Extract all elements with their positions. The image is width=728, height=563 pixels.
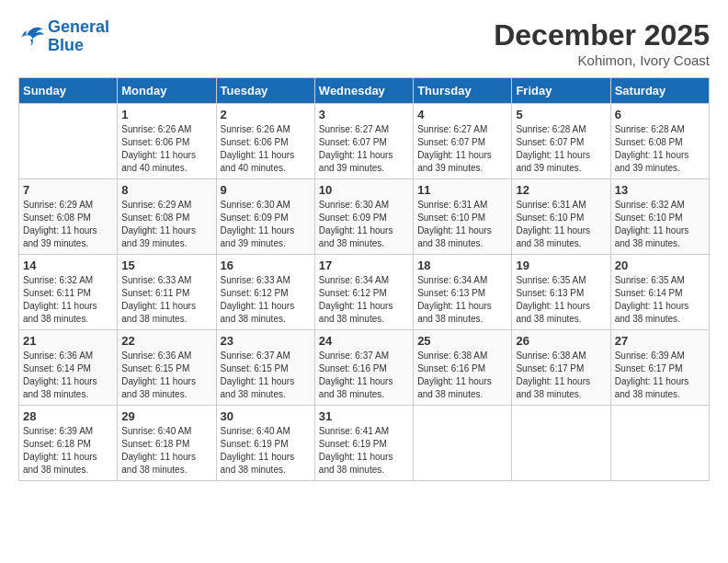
calendar-day-cell: 14 Sunrise: 6:32 AM Sunset: 6:11 PM Dayl…: [19, 255, 118, 330]
day-info: Sunrise: 6:35 AM Sunset: 6:14 PM Dayligh…: [615, 274, 705, 326]
calendar-day-cell: 27 Sunrise: 6:39 AM Sunset: 6:17 PM Dayl…: [610, 330, 709, 406]
weekday-header-saturday: Saturday: [610, 78, 709, 104]
page-header: General Blue December 2025 Kohimon, Ivor…: [18, 18, 710, 68]
calendar-day-cell: [414, 406, 512, 481]
day-info: Sunrise: 6:30 AM Sunset: 6:09 PM Dayligh…: [319, 199, 409, 250]
day-number: 2: [221, 108, 311, 121]
day-number: 30: [221, 409, 311, 423]
calendar-day-cell: [19, 104, 118, 179]
calendar-day-cell: 16 Sunrise: 6:33 AM Sunset: 6:12 PM Dayl…: [216, 255, 314, 330]
day-number: 16: [221, 259, 311, 272]
calendar-day-cell: 18 Sunrise: 6:34 AM Sunset: 6:13 PM Dayl…: [414, 255, 512, 330]
day-number: 20: [615, 259, 705, 272]
day-number: 6: [615, 108, 705, 121]
day-info: Sunrise: 6:41 AM Sunset: 6:19 PM Dayligh…: [319, 425, 409, 477]
logo-general: General: [48, 17, 109, 36]
calendar-day-cell: 26 Sunrise: 6:38 AM Sunset: 6:17 PM Dayl…: [512, 330, 610, 406]
calendar-day-cell: 6 Sunrise: 6:28 AM Sunset: 6:08 PM Dayli…: [610, 104, 709, 179]
day-info: Sunrise: 6:26 AM Sunset: 6:06 PM Dayligh…: [221, 123, 311, 175]
day-number: 7: [23, 183, 113, 197]
day-info: Sunrise: 6:28 AM Sunset: 6:07 PM Dayligh…: [516, 123, 606, 175]
day-number: 17: [319, 259, 409, 272]
day-number: 1: [121, 108, 211, 121]
calendar-day-cell: 31 Sunrise: 6:41 AM Sunset: 6:19 PM Dayl…: [314, 406, 413, 481]
day-number: 12: [516, 183, 606, 197]
calendar-day-cell: 2 Sunrise: 6:26 AM Sunset: 6:06 PM Dayli…: [216, 104, 314, 179]
day-info: Sunrise: 6:37 AM Sunset: 6:15 PM Dayligh…: [221, 350, 311, 401]
day-info: Sunrise: 6:37 AM Sunset: 6:16 PM Dayligh…: [319, 350, 409, 401]
calendar-day-cell: 19 Sunrise: 6:35 AM Sunset: 6:13 PM Dayl…: [512, 255, 610, 330]
day-number: 14: [23, 259, 113, 272]
day-number: 22: [121, 334, 211, 348]
logo-blue: Blue: [48, 36, 84, 54]
day-info: Sunrise: 6:36 AM Sunset: 6:15 PM Dayligh…: [121, 350, 211, 401]
calendar-day-cell: 24 Sunrise: 6:37 AM Sunset: 6:16 PM Dayl…: [314, 330, 413, 406]
calendar-day-cell: 21 Sunrise: 6:36 AM Sunset: 6:14 PM Dayl…: [19, 330, 118, 406]
calendar-day-cell: 1 Sunrise: 6:26 AM Sunset: 6:06 PM Dayli…: [118, 104, 216, 179]
day-info: Sunrise: 6:39 AM Sunset: 6:17 PM Dayligh…: [615, 350, 705, 401]
calendar-day-cell: [610, 406, 709, 481]
day-number: 25: [417, 334, 507, 348]
calendar-week-row: 21 Sunrise: 6:36 AM Sunset: 6:14 PM Dayl…: [19, 330, 710, 406]
calendar-week-row: 7 Sunrise: 6:29 AM Sunset: 6:08 PM Dayli…: [19, 179, 710, 255]
day-number: 15: [121, 259, 211, 272]
day-info: Sunrise: 6:29 AM Sunset: 6:08 PM Dayligh…: [23, 199, 113, 250]
day-number: 13: [615, 183, 705, 197]
day-info: Sunrise: 6:29 AM Sunset: 6:08 PM Dayligh…: [121, 199, 211, 250]
day-info: Sunrise: 6:27 AM Sunset: 6:07 PM Dayligh…: [319, 123, 409, 175]
day-info: Sunrise: 6:33 AM Sunset: 6:11 PM Dayligh…: [121, 274, 211, 326]
day-info: Sunrise: 6:30 AM Sunset: 6:09 PM Dayligh…: [221, 199, 311, 250]
calendar-day-cell: 15 Sunrise: 6:33 AM Sunset: 6:11 PM Dayl…: [118, 255, 216, 330]
day-info: Sunrise: 6:36 AM Sunset: 6:14 PM Dayligh…: [23, 350, 113, 401]
calendar-day-cell: 11 Sunrise: 6:31 AM Sunset: 6:10 PM Dayl…: [414, 179, 512, 255]
weekday-header-thursday: Thursday: [414, 78, 512, 104]
calendar-header-row: SundayMondayTuesdayWednesdayThursdayFrid…: [19, 78, 710, 104]
day-number: 26: [516, 334, 606, 348]
calendar-day-cell: 8 Sunrise: 6:29 AM Sunset: 6:08 PM Dayli…: [118, 179, 216, 255]
day-number: 5: [516, 108, 606, 121]
day-info: Sunrise: 6:28 AM Sunset: 6:08 PM Dayligh…: [615, 123, 705, 175]
day-info: Sunrise: 6:32 AM Sunset: 6:11 PM Dayligh…: [23, 274, 113, 326]
day-number: 11: [417, 183, 507, 197]
calendar-day-cell: 13 Sunrise: 6:32 AM Sunset: 6:10 PM Dayl…: [610, 179, 709, 255]
day-number: 23: [221, 334, 311, 348]
calendar-day-cell: 4 Sunrise: 6:27 AM Sunset: 6:07 PM Dayli…: [414, 104, 512, 179]
day-number: 21: [23, 334, 113, 348]
calendar-table: SundayMondayTuesdayWednesdayThursdayFrid…: [18, 77, 710, 481]
calendar-week-row: 1 Sunrise: 6:26 AM Sunset: 6:06 PM Dayli…: [19, 104, 710, 179]
day-number: 28: [23, 409, 113, 423]
calendar-day-cell: 12 Sunrise: 6:31 AM Sunset: 6:10 PM Dayl…: [512, 179, 610, 255]
calendar-day-cell: 3 Sunrise: 6:27 AM Sunset: 6:07 PM Dayli…: [314, 104, 413, 179]
weekday-header-monday: Monday: [118, 78, 216, 104]
day-number: 9: [221, 183, 311, 197]
day-number: 18: [417, 259, 507, 272]
day-number: 31: [319, 409, 409, 423]
day-info: Sunrise: 6:38 AM Sunset: 6:17 PM Dayligh…: [516, 350, 606, 401]
weekday-header-sunday: Sunday: [19, 78, 118, 104]
day-info: Sunrise: 6:40 AM Sunset: 6:18 PM Dayligh…: [121, 425, 211, 477]
day-number: 4: [417, 108, 507, 121]
calendar-day-cell: 5 Sunrise: 6:28 AM Sunset: 6:07 PM Dayli…: [512, 104, 610, 179]
calendar-day-cell: 20 Sunrise: 6:35 AM Sunset: 6:14 PM Dayl…: [610, 255, 709, 330]
weekday-header-wednesday: Wednesday: [314, 78, 413, 104]
logo-icon: [18, 26, 44, 48]
day-info: Sunrise: 6:32 AM Sunset: 6:10 PM Dayligh…: [615, 199, 705, 250]
day-info: Sunrise: 6:38 AM Sunset: 6:16 PM Dayligh…: [417, 350, 507, 401]
day-info: Sunrise: 6:31 AM Sunset: 6:10 PM Dayligh…: [417, 199, 507, 250]
weekday-header-tuesday: Tuesday: [216, 78, 314, 104]
calendar-day-cell: 28 Sunrise: 6:39 AM Sunset: 6:18 PM Dayl…: [19, 406, 118, 481]
day-number: 10: [319, 183, 409, 197]
calendar-day-cell: 17 Sunrise: 6:34 AM Sunset: 6:12 PM Dayl…: [314, 255, 413, 330]
calendar-day-cell: [512, 406, 610, 481]
calendar-week-row: 28 Sunrise: 6:39 AM Sunset: 6:18 PM Dayl…: [19, 406, 710, 481]
calendar-day-cell: 25 Sunrise: 6:38 AM Sunset: 6:16 PM Dayl…: [414, 330, 512, 406]
day-number: 27: [615, 334, 705, 348]
calendar-day-cell: 29 Sunrise: 6:40 AM Sunset: 6:18 PM Dayl…: [118, 406, 216, 481]
calendar-day-cell: 22 Sunrise: 6:36 AM Sunset: 6:15 PM Dayl…: [118, 330, 216, 406]
calendar-week-row: 14 Sunrise: 6:32 AM Sunset: 6:11 PM Dayl…: [19, 255, 710, 330]
day-info: Sunrise: 6:34 AM Sunset: 6:12 PM Dayligh…: [319, 274, 409, 326]
day-number: 8: [121, 183, 211, 197]
day-number: 3: [319, 108, 409, 121]
day-info: Sunrise: 6:34 AM Sunset: 6:13 PM Dayligh…: [417, 274, 507, 326]
day-number: 19: [516, 259, 606, 272]
